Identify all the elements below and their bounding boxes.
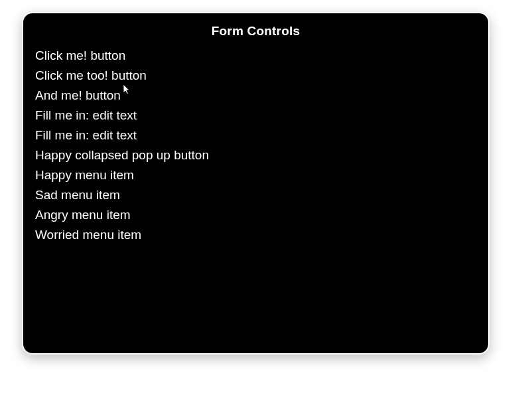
edit-text-fill-me-in-2[interactable]: Fill me in: edit text xyxy=(35,126,476,145)
menu-item-angry[interactable]: Angry menu item xyxy=(35,206,476,224)
button-click-me[interactable]: Click me! button xyxy=(35,46,476,65)
form-controls-panel: Form Controls Click me! button Click me … xyxy=(22,12,490,355)
menu-item-sad[interactable]: Sad menu item xyxy=(35,186,476,204)
edit-text-fill-me-in-1[interactable]: Fill me in: edit text xyxy=(35,106,476,125)
menu-item-happy[interactable]: Happy menu item xyxy=(35,166,476,185)
button-click-me-too[interactable]: Click me too! button xyxy=(35,66,476,85)
controls-list: Click me! button Click me too! button An… xyxy=(35,46,476,244)
popup-button-happy[interactable]: Happy collapsed pop up button xyxy=(35,146,476,165)
button-and-me[interactable]: And me! button xyxy=(35,86,476,105)
panel-title: Form Controls xyxy=(35,24,476,39)
menu-item-worried[interactable]: Worried menu item xyxy=(35,226,476,244)
